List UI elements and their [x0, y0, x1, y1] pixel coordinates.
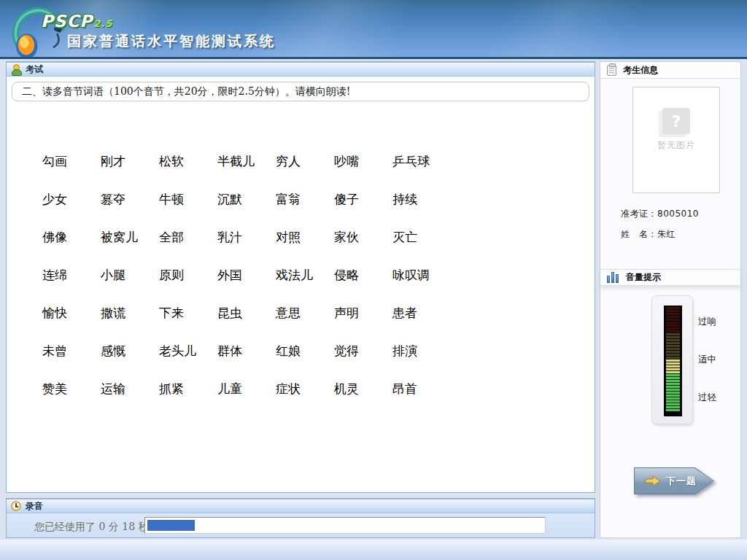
recording-panel: 录音 您已经使用了 0 分 18 秒 [6, 498, 595, 538]
word: 少女 [42, 191, 101, 208]
exam-section-bar: 考试 [7, 62, 595, 77]
meter-segment-over-loud-unlit [666, 319, 680, 321]
word: 儿童 [217, 381, 276, 397]
word: 运输 [101, 381, 159, 397]
bottom-strip [0, 540, 747, 560]
word: 未曾 [42, 343, 101, 359]
word-row: 连绵小腿原则外国戏法儿侵略咏叹调 [42, 256, 451, 294]
clock-icon [11, 501, 21, 511]
word: 声明 [334, 305, 392, 322]
meter-segment-ok-green [666, 377, 680, 379]
elapsed-time-text: 您已经使用了 0 分 18 秒 [34, 521, 149, 534]
word: 愉快 [42, 305, 101, 322]
headset-logo-icon [6, 0, 73, 61]
word: 灭亡 [392, 229, 451, 246]
person-icon [11, 64, 21, 74]
meter-segment-upper-dim [666, 339, 680, 341]
meter-segment-ok-green [666, 400, 680, 402]
meter-segment-over-loud-unlit [666, 307, 680, 309]
word: 排演 [392, 343, 451, 359]
meter-segment-upper-dim [666, 333, 680, 335]
word: 意思 [276, 305, 334, 322]
word-grid: 勾画刚才松软半截儿穷人吵嘴乒乓球少女篡夺牛顿沉默富翁傻子持续佛像被窝儿全部乳汁对… [42, 142, 451, 408]
meter-segment-upper-dim [666, 336, 680, 338]
word: 机灵 [334, 381, 392, 397]
word-row: 少女篡夺牛顿沉默富翁傻子持续 [42, 180, 451, 218]
word-row: 赞美运输抓紧儿童症状机灵昂首 [42, 370, 451, 408]
word: 老头儿 [159, 343, 217, 359]
meter-segment-medium-yellow [666, 368, 680, 370]
word: 乒乓球 [392, 153, 451, 170]
meter-segment-ok-green [666, 397, 680, 400]
candidate-name-line: 姓 名：朱红 [621, 228, 676, 241]
volume-meter [651, 295, 693, 424]
meter-segment-upper-dim [666, 354, 680, 356]
meter-segment-upper-dim [666, 345, 680, 347]
word: 赞美 [42, 381, 101, 397]
meter-segment-over-loud-unlit [666, 324, 680, 327]
no-image-icon: ? [662, 108, 690, 134]
word: 感慨 [101, 343, 159, 359]
word-row: 佛像被窝儿全部乳汁对照家伙灭亡 [42, 218, 451, 256]
meter-segment-upper-dim [666, 357, 680, 359]
meter-segment-upper-dim [666, 342, 680, 344]
word: 牛顿 [159, 191, 217, 208]
next-button-label: 下一题 [666, 475, 697, 488]
candidate-info-title: 考生信息 [623, 64, 658, 77]
meter-segment-ok-green [666, 389, 680, 391]
next-button-face: 下一题 [635, 468, 713, 494]
meter-segment-ok-green [666, 374, 680, 376]
volume-section-header: 音量提示 [600, 269, 740, 286]
volume-label-medium: 适中 [698, 354, 716, 366]
exam-panel: 考试 二、读多音节词语（100个音节，共20分，限时2.5分钟）。请横向朗读! … [6, 61, 595, 493]
app-header: PSCP2.5 国家普通话水平智能测试系统 [0, 0, 747, 59]
meter-segment-ok-green [666, 383, 680, 385]
word: 乳汁 [217, 229, 276, 246]
word: 抓紧 [159, 381, 217, 397]
meter-segment-ok-green [666, 386, 680, 388]
candidate-info-header: 考生信息 [600, 62, 740, 79]
exam-section-title: 考试 [26, 63, 43, 76]
word: 家伙 [334, 229, 392, 246]
word-row: 勾画刚才松软半截儿穷人吵嘴乒乓球 [42, 142, 451, 180]
next-question-button[interactable]: 下一题 [634, 467, 714, 494]
meter-segment-ok-green [666, 409, 680, 411]
recording-section-title: 录音 [26, 500, 43, 513]
word: 原则 [159, 267, 217, 284]
word: 富翁 [276, 191, 334, 208]
meter-segment-medium-yellow [666, 365, 680, 368]
word: 群体 [217, 343, 276, 359]
word: 吵嘴 [334, 153, 392, 170]
sidebar: 考生信息 ? 暂无图片 准考证：8005010 姓 名：朱红 音量提示 过响 适… [600, 61, 741, 538]
word: 持续 [392, 191, 451, 208]
word: 被窝儿 [101, 229, 159, 246]
meter-segment-ok-green [666, 394, 680, 397]
logo-pscp: PSCP2.5 [41, 12, 112, 31]
meter-segment-medium-yellow [666, 362, 680, 365]
word: 外国 [217, 267, 276, 284]
meter-segment-ok-green [666, 380, 680, 382]
no-image-text: 暂无图片 [657, 139, 695, 152]
meter-segment-over-loud-unlit [666, 330, 680, 332]
word: 佛像 [42, 229, 101, 246]
word: 觉得 [334, 343, 392, 359]
word: 咏叹调 [392, 267, 451, 284]
meter-segment-over-loud-unlit [666, 310, 680, 312]
word: 撒谎 [101, 305, 159, 322]
meter-segment-over-loud-unlit [666, 313, 680, 315]
recording-progress-bar [144, 517, 546, 534]
logo-version: 2.5 [93, 18, 112, 29]
volume-meter-bar [664, 306, 682, 416]
word: 傻子 [334, 191, 392, 208]
volume-label-light: 过轻 [698, 392, 716, 404]
word: 患者 [392, 305, 451, 322]
word: 红娘 [276, 343, 334, 359]
word: 全部 [159, 229, 217, 246]
word: 勾画 [42, 153, 101, 170]
meter-segment-medium-yellow [666, 371, 680, 373]
word: 篡夺 [101, 191, 159, 208]
meter-segment-medium-yellow [666, 359, 680, 362]
word: 小腿 [101, 267, 159, 284]
word: 连绵 [42, 267, 101, 284]
app-title: 国家普通话水平智能测试系统 [67, 32, 276, 51]
